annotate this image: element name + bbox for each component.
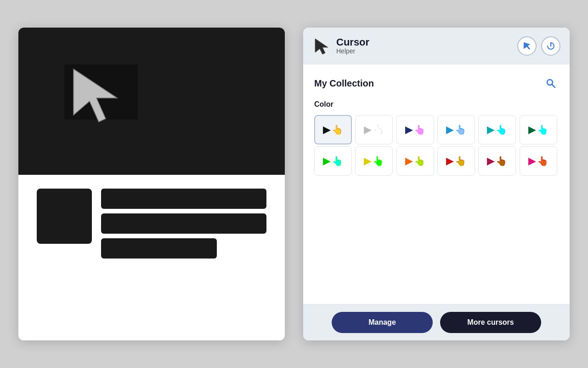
cursor-cell-darkgreen[interactable]: ▶👆 <box>520 115 557 144</box>
manage-button[interactable]: Manage <box>332 312 433 333</box>
cursor-toggle-button[interactable] <box>517 36 537 56</box>
popup-content: My Collection Color ▶👆 ▶👆 ▶👆 <box>303 64 570 304</box>
preview-cursor-large <box>46 55 138 140</box>
dark-box-text-1 <box>101 189 266 209</box>
svg-line-9 <box>552 85 555 87</box>
cursor-cell-crimson[interactable]: ▶👆 <box>478 146 516 176</box>
cursor-cell-black[interactable]: ▶👆 <box>314 115 352 144</box>
app-name-text: Cursor Helper <box>336 37 369 55</box>
left-bottom-area <box>18 175 285 340</box>
power-button[interactable] <box>541 36 560 56</box>
popup-footer: Manage More cursors <box>303 304 570 340</box>
svg-marker-5 <box>524 42 530 50</box>
more-cursors-button[interactable]: More cursors <box>440 312 541 333</box>
cursor-logo-icon <box>312 37 331 55</box>
cursor-cell-yellow[interactable]: ▶👆 <box>355 146 393 176</box>
collection-title: My Collection <box>314 78 374 89</box>
left-preview-panel <box>18 28 285 340</box>
logo-helper-text: Helper <box>336 48 369 55</box>
cursor-helper-popup: Cursor Helper My Collection <box>303 28 570 340</box>
bottom-dark-boxes <box>37 189 266 259</box>
app-logo: Cursor Helper <box>312 37 369 55</box>
cursor-preview-area <box>18 28 285 175</box>
cursor-cell-orange[interactable]: ▶👆 <box>396 146 434 176</box>
dark-box-text-2 <box>101 213 266 234</box>
cursor-cell-red[interactable]: ▶👆 <box>437 146 475 176</box>
search-button[interactable] <box>543 75 559 91</box>
cursor-cell-blue[interactable]: ▶👆 <box>437 115 475 144</box>
logo-cursor-text: Cursor <box>336 37 369 48</box>
dark-box-left <box>37 189 92 244</box>
cursor-cell-gray[interactable]: ▶👆 <box>355 115 393 144</box>
collection-header: My Collection <box>314 75 559 91</box>
dark-box-text-3 <box>101 238 217 259</box>
cursor-cell-teal[interactable]: ▶👆 <box>478 115 516 144</box>
cursor-cell-darkblue[interactable]: ▶👆 <box>396 115 434 144</box>
color-section-label: Color <box>314 100 559 109</box>
dark-box-group <box>101 189 266 259</box>
cursor-cell-pink[interactable]: ▶👆 <box>520 146 557 176</box>
header-controls <box>517 36 560 56</box>
cursor-cell-green[interactable]: ▶👆 <box>314 146 352 176</box>
cursor-color-grid: ▶👆 ▶👆 ▶👆 ▶👆 ▶👆 ▶👆 ▶👆 ▶👆 <box>314 115 559 176</box>
popup-header: Cursor Helper <box>303 28 570 64</box>
